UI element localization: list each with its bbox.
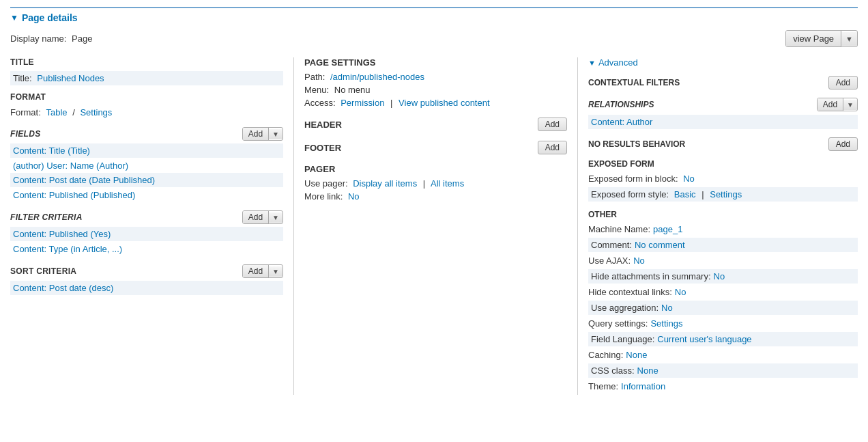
filter-list: Content: Published (Yes) Content: Type (… — [10, 227, 283, 256]
display-all-items-link[interactable]: Display all items — [353, 178, 417, 189]
title-value-link[interactable]: Published Nodes — [37, 73, 104, 83]
other-value-7[interactable]: Current user's language — [657, 334, 751, 344]
other-value-3[interactable]: No — [714, 271, 725, 281]
view-page-dropdown[interactable]: ▼ — [841, 32, 857, 46]
other-value-5[interactable]: No — [661, 303, 673, 313]
settings-link[interactable]: Settings — [80, 107, 112, 118]
menu-row: Menu: No menu — [304, 85, 567, 95]
filter-add-button[interactable]: Add ▼ — [242, 210, 283, 224]
filter-add-arrow[interactable]: ▼ — [269, 212, 283, 223]
list-item[interactable]: Content: Post date (desc) — [10, 281, 283, 295]
access-separator: | — [390, 98, 392, 108]
other-row-6: Query settings:Settings — [588, 317, 858, 330]
triangle-icon: ▼ — [10, 13, 18, 23]
exposed-style-separator: | — [701, 189, 704, 199]
other-value-2[interactable]: No — [633, 255, 645, 266]
access-link[interactable]: View published content — [399, 98, 489, 108]
no-results-row: NO RESULTS BEHAVIOR Add — [588, 137, 858, 151]
path-row: Path: /admin/published-nodes — [304, 72, 567, 82]
contextual-filters-header: CONTEXTUAL FILTERS — [588, 78, 680, 87]
relationships-add-label[interactable]: Add — [818, 98, 843, 111]
right-column: ▼ Advanced CONTEXTUAL FILTERS Add RELATI… — [588, 57, 858, 395]
fields-add-label[interactable]: Add — [243, 128, 269, 140]
exposed-form-header: EXPOSED FORM — [588, 159, 858, 169]
sort-add-arrow[interactable]: ▼ — [269, 266, 283, 277]
list-item[interactable]: Content: Published (Yes) — [10, 227, 283, 241]
list-item[interactable]: Content: Type (in Article, ...) — [10, 242, 283, 256]
list-item[interactable]: Content: Title (Title) — [10, 143, 283, 158]
other-header: OTHER — [588, 210, 858, 219]
advanced-triangle: ▼ — [588, 59, 596, 67]
other-value-8[interactable]: None — [626, 350, 647, 360]
relationships-add-button[interactable]: Add ▼ — [817, 98, 858, 111]
pager-separator: | — [423, 178, 425, 189]
path-value[interactable]: /admin/published-nodes — [330, 72, 424, 82]
fields-add-arrow[interactable]: ▼ — [269, 129, 283, 139]
view-page-main[interactable]: view Page — [786, 31, 841, 46]
other-label-9: CSS class: — [591, 365, 635, 376]
other-row-0: Machine Name:page_1 — [588, 223, 858, 236]
list-item[interactable]: Content: Published (Published) — [10, 188, 283, 202]
other-value-9[interactable]: None — [637, 365, 659, 376]
footer-add-button[interactable]: Add — [538, 141, 567, 154]
relationships-add-arrow[interactable]: ▼ — [843, 100, 857, 110]
sort-add-label[interactable]: Add — [243, 265, 269, 277]
relationships-header: RELATIONSHIPS — [588, 100, 654, 109]
contextual-filters-add[interactable]: Add — [828, 76, 858, 89]
advanced-toggle[interactable]: ▼ Advanced — [588, 57, 858, 68]
other-value-6[interactable]: Settings — [650, 318, 682, 329]
title-section-header: TITLE — [10, 57, 283, 67]
no-results-add[interactable]: Add — [828, 137, 858, 151]
exposed-style-label: Exposed form style: — [591, 189, 669, 199]
other-value-4[interactable]: No — [675, 287, 686, 297]
sort-add-button[interactable]: Add ▼ — [242, 264, 283, 278]
page-details-title: Page details — [22, 12, 78, 23]
title-row: Title: Published Nodes — [10, 71, 283, 85]
more-link-value[interactable]: No — [348, 191, 360, 202]
other-label-1: Comment: — [591, 240, 632, 250]
sort-header: SORT CRITERIA — [10, 266, 76, 276]
format-section-header: FORMAT — [10, 92, 283, 102]
content-author-link[interactable]: Content: Author — [591, 117, 652, 127]
other-label-3: Hide attachments in summary: — [591, 271, 711, 281]
exposed-settings-link[interactable]: Settings — [710, 189, 742, 199]
title-label: Title: — [13, 73, 32, 83]
other-value-10[interactable]: Information — [621, 381, 665, 391]
list-item[interactable]: (author) User: Name (Author) — [10, 158, 283, 173]
use-pager-row: Use pager: Display all items | All items — [304, 178, 567, 189]
view-page-button[interactable]: view Page ▼ — [785, 30, 858, 47]
no-results-header: NO RESULTS BEHAVIOR — [588, 139, 685, 149]
menu-value: No menu — [334, 85, 371, 95]
contextual-filters-row: CONTEXTUAL FILTERS Add — [588, 76, 858, 89]
more-link-row: More link: No — [304, 191, 567, 202]
header-add-button[interactable]: Add — [538, 118, 567, 131]
display-name-value: Page — [72, 33, 92, 44]
other-value-0[interactable]: page_1 — [653, 224, 682, 234]
table-link[interactable]: Table — [46, 107, 67, 118]
filter-add-label[interactable]: Add — [243, 211, 269, 223]
header-label: HEADER — [304, 120, 342, 130]
other-row-9: CSS class:None — [588, 363, 858, 378]
other-value-1[interactable]: No comment — [635, 240, 685, 250]
exposed-style-value[interactable]: Basic — [674, 189, 696, 199]
other-label-6: Query settings: — [588, 318, 648, 329]
footer-section-row: FOOTER Add — [304, 141, 567, 154]
other-label-0: Machine Name: — [588, 224, 650, 234]
fields-add-button[interactable]: Add ▼ — [242, 127, 283, 141]
list-item[interactable]: Content: Post date (Date Published) — [10, 173, 283, 187]
other-row-7: Field Language:Current user's language — [588, 332, 858, 346]
advanced-label[interactable]: Advanced — [598, 57, 638, 68]
sort-section-row: SORT CRITERIA Add ▼ — [10, 264, 283, 278]
format-row: Format: Table / Settings — [10, 106, 283, 119]
more-link-label: More link: — [304, 191, 343, 202]
access-value[interactable]: Permission — [341, 98, 384, 108]
exposed-in-block-value[interactable]: No — [683, 174, 695, 184]
other-label-2: Use AJAX: — [588, 255, 631, 266]
mid-column: PAGE SETTINGS Path: /admin/published-nod… — [304, 57, 577, 204]
footer-label: FOOTER — [304, 143, 341, 153]
all-items-link[interactable]: All items — [431, 178, 464, 189]
exposed-in-block-label: Exposed form in block: — [588, 174, 678, 184]
fields-header: FIELDS — [10, 129, 40, 139]
exposed-in-block-row: Exposed form in block: No — [588, 172, 858, 185]
other-row-1: Comment:No comment — [588, 238, 858, 252]
